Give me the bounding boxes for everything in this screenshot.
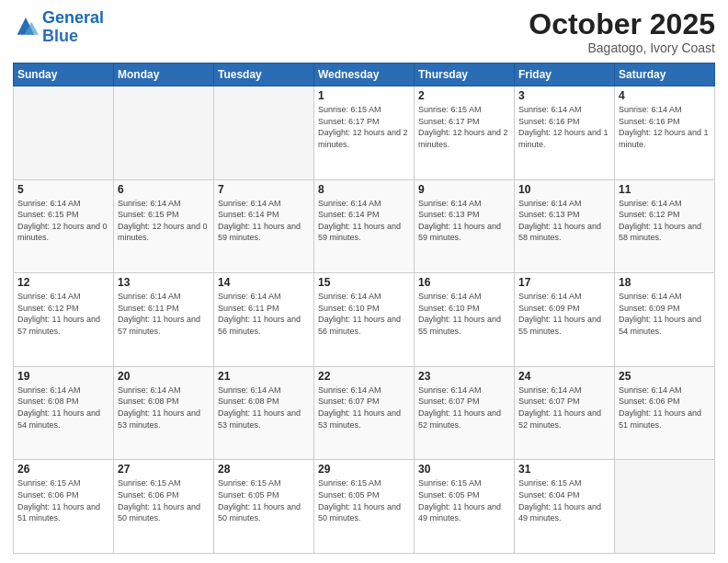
day-info: Sunrise: 6:14 AM Sunset: 6:09 PM Dayligh… [619, 291, 711, 337]
calendar-cell: 14Sunrise: 6:14 AM Sunset: 6:11 PM Dayli… [214, 273, 314, 367]
calendar-week-4: 19Sunrise: 6:14 AM Sunset: 6:08 PM Dayli… [14, 366, 715, 460]
logo-icon [13, 15, 39, 40]
calendar-header-sunday: Sunday [14, 63, 114, 86]
calendar-cell: 4Sunrise: 6:14 AM Sunset: 6:16 PM Daylig… [615, 86, 715, 180]
day-number: 30 [418, 463, 510, 476]
calendar-cell: 7Sunrise: 6:14 AM Sunset: 6:14 PM Daylig… [214, 179, 314, 273]
calendar-header-tuesday: Tuesday [214, 63, 314, 86]
day-number: 16 [418, 276, 510, 289]
day-info: Sunrise: 6:15 AM Sunset: 6:17 PM Dayligh… [318, 104, 410, 150]
day-info: Sunrise: 6:14 AM Sunset: 6:14 PM Dayligh… [318, 198, 410, 244]
calendar-cell: 11Sunrise: 6:14 AM Sunset: 6:12 PM Dayli… [615, 179, 715, 273]
day-number: 3 [518, 89, 610, 102]
calendar-week-5: 26Sunrise: 6:15 AM Sunset: 6:06 PM Dayli… [14, 460, 715, 554]
calendar-cell: 28Sunrise: 6:15 AM Sunset: 6:05 PM Dayli… [214, 460, 314, 554]
calendar-cell: 31Sunrise: 6:15 AM Sunset: 6:04 PM Dayli… [515, 460, 615, 554]
day-number: 19 [17, 370, 109, 383]
page: General Blue October 2025 Bagatogo, Ivor… [0, 0, 728, 563]
calendar-cell: 22Sunrise: 6:14 AM Sunset: 6:07 PM Dayli… [314, 366, 415, 460]
calendar-header-thursday: Thursday [415, 63, 515, 86]
calendar-header-monday: Monday [114, 63, 214, 86]
calendar-cell: 10Sunrise: 6:14 AM Sunset: 6:13 PM Dayli… [515, 179, 615, 273]
day-info: Sunrise: 6:14 AM Sunset: 6:10 PM Dayligh… [318, 291, 410, 337]
day-number: 5 [17, 183, 109, 196]
day-info: Sunrise: 6:14 AM Sunset: 6:08 PM Dayligh… [118, 385, 210, 431]
calendar-week-2: 5Sunrise: 6:14 AM Sunset: 6:15 PM Daylig… [14, 179, 715, 273]
calendar-week-1: 1Sunrise: 6:15 AM Sunset: 6:17 PM Daylig… [14, 86, 715, 180]
day-number: 28 [218, 463, 310, 476]
calendar-cell: 13Sunrise: 6:14 AM Sunset: 6:11 PM Dayli… [114, 273, 214, 367]
calendar-cell: 30Sunrise: 6:15 AM Sunset: 6:05 PM Dayli… [415, 460, 515, 554]
calendar-cell: 5Sunrise: 6:14 AM Sunset: 6:15 PM Daylig… [14, 179, 114, 273]
day-info: Sunrise: 6:14 AM Sunset: 6:12 PM Dayligh… [17, 291, 109, 337]
calendar-cell: 26Sunrise: 6:15 AM Sunset: 6:06 PM Dayli… [14, 460, 114, 554]
day-number: 13 [118, 276, 210, 289]
day-number: 25 [619, 370, 711, 383]
day-info: Sunrise: 6:14 AM Sunset: 6:13 PM Dayligh… [518, 198, 610, 244]
day-number: 10 [518, 183, 610, 196]
day-number: 21 [218, 370, 310, 383]
month-title: October 2025 [529, 9, 715, 39]
day-info: Sunrise: 6:14 AM Sunset: 6:08 PM Dayligh… [17, 385, 109, 431]
calendar-cell: 15Sunrise: 6:14 AM Sunset: 6:10 PM Dayli… [314, 273, 415, 367]
day-number: 22 [318, 370, 410, 383]
day-number: 20 [118, 370, 210, 383]
day-number: 12 [17, 276, 109, 289]
logo-line1: General [42, 8, 104, 27]
calendar-cell: 16Sunrise: 6:14 AM Sunset: 6:10 PM Dayli… [415, 273, 515, 367]
calendar-cell: 1Sunrise: 6:15 AM Sunset: 6:17 PM Daylig… [314, 86, 415, 180]
day-info: Sunrise: 6:15 AM Sunset: 6:05 PM Dayligh… [418, 477, 510, 523]
day-info: Sunrise: 6:14 AM Sunset: 6:15 PM Dayligh… [17, 198, 109, 244]
day-info: Sunrise: 6:14 AM Sunset: 6:15 PM Dayligh… [118, 198, 210, 244]
calendar-cell: 27Sunrise: 6:15 AM Sunset: 6:06 PM Dayli… [114, 460, 214, 554]
day-number: 8 [318, 183, 410, 196]
day-info: Sunrise: 6:15 AM Sunset: 6:17 PM Dayligh… [418, 104, 510, 150]
calendar-cell: 12Sunrise: 6:14 AM Sunset: 6:12 PM Dayli… [14, 273, 114, 367]
day-info: Sunrise: 6:15 AM Sunset: 6:05 PM Dayligh… [318, 477, 410, 523]
day-number: 26 [17, 463, 109, 476]
calendar-cell: 20Sunrise: 6:14 AM Sunset: 6:08 PM Dayli… [114, 366, 214, 460]
day-info: Sunrise: 6:14 AM Sunset: 6:06 PM Dayligh… [619, 385, 711, 431]
calendar-cell: 25Sunrise: 6:14 AM Sunset: 6:06 PM Dayli… [615, 366, 715, 460]
calendar-cell: 23Sunrise: 6:14 AM Sunset: 6:07 PM Dayli… [415, 366, 515, 460]
calendar-table: SundayMondayTuesdayWednesdayThursdayFrid… [13, 63, 715, 554]
calendar-cell: 8Sunrise: 6:14 AM Sunset: 6:14 PM Daylig… [314, 179, 415, 273]
calendar-cell: 24Sunrise: 6:14 AM Sunset: 6:07 PM Dayli… [515, 366, 615, 460]
day-number: 29 [318, 463, 410, 476]
logo: General Blue [13, 9, 104, 46]
day-info: Sunrise: 6:14 AM Sunset: 6:07 PM Dayligh… [518, 385, 610, 431]
calendar-cell: 19Sunrise: 6:14 AM Sunset: 6:08 PM Dayli… [14, 366, 114, 460]
logo-line2: Blue [42, 27, 78, 45]
day-info: Sunrise: 6:14 AM Sunset: 6:08 PM Dayligh… [218, 385, 310, 431]
day-number: 14 [218, 276, 310, 289]
day-number: 24 [518, 370, 610, 383]
title-block: October 2025 Bagatogo, Ivory Coast [529, 9, 715, 55]
calendar-header-row: SundayMondayTuesdayWednesdayThursdayFrid… [14, 63, 715, 86]
day-number: 17 [518, 276, 610, 289]
day-number: 18 [619, 276, 711, 289]
day-number: 11 [619, 183, 711, 196]
day-info: Sunrise: 6:14 AM Sunset: 6:11 PM Dayligh… [218, 291, 310, 337]
day-info: Sunrise: 6:15 AM Sunset: 6:06 PM Dayligh… [17, 477, 109, 523]
calendar-week-3: 12Sunrise: 6:14 AM Sunset: 6:12 PM Dayli… [14, 273, 715, 367]
day-number: 1 [318, 89, 410, 102]
day-number: 15 [318, 276, 410, 289]
day-number: 2 [418, 89, 510, 102]
calendar-cell: 3Sunrise: 6:14 AM Sunset: 6:16 PM Daylig… [515, 86, 615, 180]
day-number: 7 [218, 183, 310, 196]
calendar-cell: 9Sunrise: 6:14 AM Sunset: 6:13 PM Daylig… [415, 179, 515, 273]
day-number: 6 [118, 183, 210, 196]
day-info: Sunrise: 6:14 AM Sunset: 6:16 PM Dayligh… [619, 104, 711, 150]
calendar-cell: 2Sunrise: 6:15 AM Sunset: 6:17 PM Daylig… [415, 86, 515, 180]
day-number: 9 [418, 183, 510, 196]
day-number: 23 [418, 370, 510, 383]
day-number: 27 [118, 463, 210, 476]
location: Bagatogo, Ivory Coast [529, 40, 715, 55]
calendar-cell: 17Sunrise: 6:14 AM Sunset: 6:09 PM Dayli… [515, 273, 615, 367]
calendar-cell [114, 86, 214, 180]
day-info: Sunrise: 6:14 AM Sunset: 6:07 PM Dayligh… [418, 385, 510, 431]
day-info: Sunrise: 6:14 AM Sunset: 6:16 PM Dayligh… [518, 104, 610, 150]
calendar-header-saturday: Saturday [615, 63, 715, 86]
calendar-header-friday: Friday [515, 63, 615, 86]
day-info: Sunrise: 6:14 AM Sunset: 6:09 PM Dayligh… [518, 291, 610, 337]
